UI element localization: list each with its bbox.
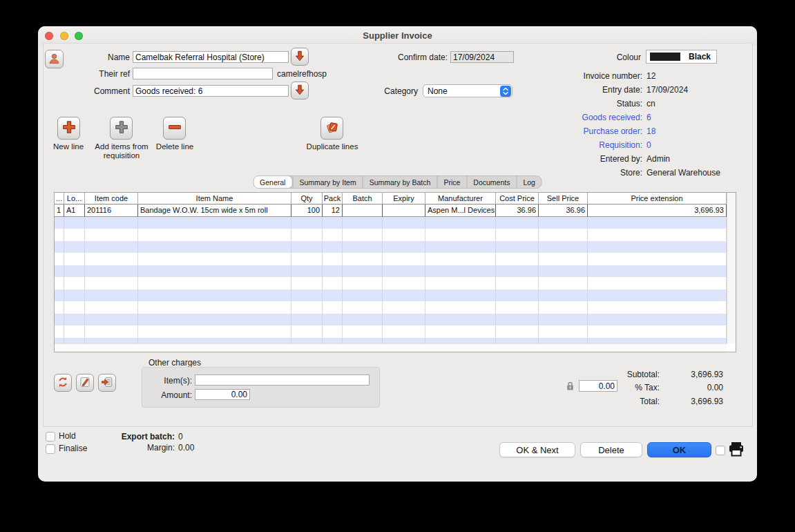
cell-expiry [383,205,425,217]
other-charges-items-input[interactable] [195,374,370,386]
add-items-label: Add items from requisition [86,142,157,160]
person-icon [48,52,61,67]
hold-checkbox[interactable] [46,432,55,441]
other-charges-items-label: Item(s): [149,376,192,386]
tab-log[interactable]: Log [516,176,542,188]
invoice-info-row: Entry date: 17/09/2024 [521,83,720,97]
invoice-info-block: Invoice number: 12 Entry date: 17/09/202… [521,69,720,180]
goods-received-link[interactable]: Goods received: 6 [521,111,720,124]
edit-pencil-icon [79,376,91,390]
ok-and-next-button[interactable]: OK & Next [499,442,575,457]
export-batch-label: Export batch: [79,432,175,441]
col-header-sell-price[interactable]: Sell Price [539,193,588,205]
entry-date-value: 17/09/2024 [646,83,688,97]
tab-summary-by-item[interactable]: Summary by Item [292,176,362,188]
their-ref-input[interactable] [133,68,273,79]
comment-input[interactable] [133,85,289,97]
col-header-price-extension[interactable]: Price extension [588,193,727,205]
table-header: ... Lo... Item code Item Name Qty Pack B… [55,193,727,205]
print-checkbox[interactable] [716,446,725,455]
supplier-details-button[interactable] [45,50,64,68]
delete-line-label: Delete line [147,142,202,151]
printer-icon [728,441,745,457]
tab-summary-by-batch[interactable]: Summary by Batch [363,176,437,188]
tax-value: 0.00 [660,383,723,392]
edit-line-button[interactable] [76,374,94,392]
window-title: Supplier Invoice [38,30,757,41]
confirm-date-label: Confirm date: [376,53,448,62]
total-value: 3,696.93 [660,397,723,406]
other-charges-amount-label: Amount: [149,390,192,400]
cell-batch [343,205,383,217]
category-select[interactable]: None [423,84,513,97]
orange-minus-icon [167,120,182,137]
vertical-scrollbar[interactable] [727,193,736,343]
col-header-cost-price[interactable]: Cost Price [496,193,539,205]
cell-sell-price: 36.96 [539,205,588,217]
col-header-expiry[interactable]: Expiry [383,193,425,205]
import-lines-button[interactable] [98,374,116,392]
table-row-empty [55,229,727,241]
subtotal-label: Subtotal: [584,370,660,379]
name-lookup-button[interactable] [291,48,309,66]
total-row: Total: 3,696.93 [584,397,723,406]
confirm-date-field[interactable] [450,51,514,63]
colour-select[interactable]: Black [646,50,717,64]
total-label: Total: [584,397,660,406]
tab-documents[interactable]: Documents [466,176,516,188]
status-value: cn [646,97,655,111]
comment-expand-button[interactable] [291,82,309,99]
col-header-item-name[interactable]: Item Name [138,193,291,205]
col-header-qty[interactable]: Qty [291,193,323,205]
hold-label: Hold [59,431,76,441]
col-header-manufacturer[interactable]: Manufacturer [425,193,496,205]
name-input[interactable] [133,51,289,63]
requisition-link[interactable]: Requisition: 0 [521,138,720,152]
new-line-button[interactable] [57,117,80,140]
category-value: None [428,86,448,96]
red-down-arrow-icon [294,84,306,98]
horizontal-scrollbar[interactable] [55,343,727,352]
cell-pack: 12 [323,205,343,217]
duplicate-lines-button[interactable] [320,117,343,140]
duplicate-lines-label: Duplicate lines [304,142,361,151]
supplier-invoice-window: Supplier Invoice Name Their ref camelref… [38,26,757,482]
orange-plus-icon [61,120,77,137]
other-charges-amount-input[interactable] [195,389,250,400]
tab-price[interactable]: Price [437,176,466,188]
invoice-number-label: Invoice number: [521,69,642,83]
delete-line-button[interactable] [163,117,186,140]
category-label: Category [370,86,418,96]
refresh-lines-button[interactable] [54,374,72,392]
cell-item-name: Bandage W.O.W. 15cm wide x 5m roll [138,205,291,217]
print-button[interactable] [728,441,745,459]
table-row-empty [55,314,727,326]
finalise-checkbox[interactable] [46,444,55,454]
col-header-pack[interactable]: Pack [323,193,343,205]
invoice-number-value: 12 [646,69,655,83]
col-header[interactable]: ... [55,193,64,205]
tax-label: % Tax: [584,383,660,392]
invoice-lines-table: ... Lo... Item code Item Name Qty Pack B… [54,192,736,352]
col-header-batch[interactable]: Batch [343,193,383,205]
purchase-order-link[interactable]: Purchase order: 18 [521,124,720,138]
tab-general[interactable]: General [253,175,292,189]
delete-button[interactable]: Delete [580,442,642,457]
col-header-item-code[interactable]: Item code [85,193,138,205]
add-items-from-requisition-button[interactable] [110,117,133,140]
entered-by-label: Entered by: [521,152,642,166]
invoice-info-row: Entered by: Admin [521,152,720,166]
margin-label: Margin: [79,443,175,453]
colour-name: Black [689,52,711,61]
refresh-icon [57,376,69,390]
ok-button[interactable]: OK [647,442,711,457]
duplicate-cards-icon [325,120,340,137]
table-row-empty [55,301,727,314]
table-row[interactable]: 1 A1 201116 Bandage W.O.W. 15cm wide x 5… [55,205,727,217]
margin-value: 0.00 [178,443,194,453]
comment-label: Comment [79,86,130,96]
table-row-empty [55,241,727,254]
col-header-location[interactable]: Lo... [64,193,85,205]
cell-line-number: 1 [55,205,64,217]
table-row-empty [55,217,727,229]
